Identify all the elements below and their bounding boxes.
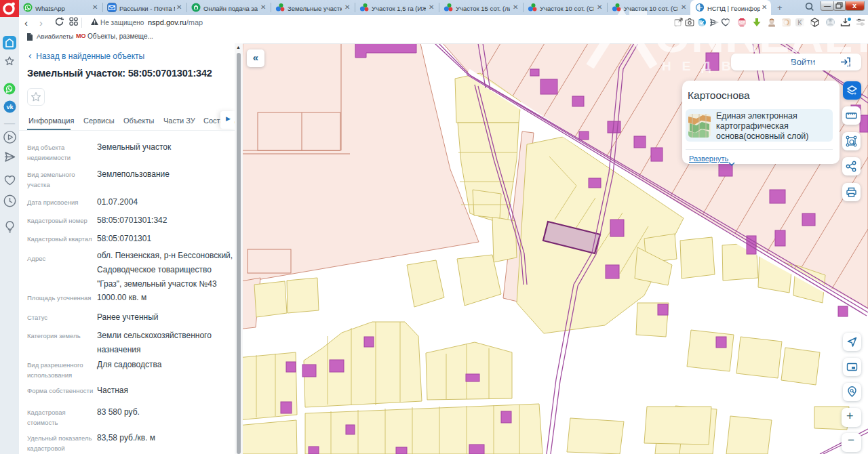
svg-text:vk: vk — [6, 104, 14, 110]
